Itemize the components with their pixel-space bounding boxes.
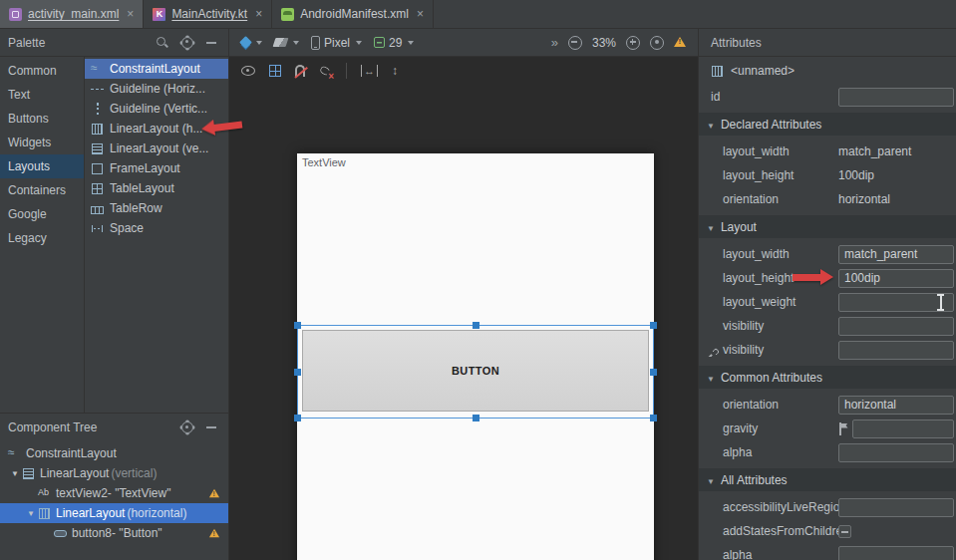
attribute-row: alpha bbox=[699, 543, 956, 560]
arrow-head bbox=[200, 120, 215, 137]
component-tree-item[interactable]: ConstraintLayout bbox=[0, 443, 228, 463]
selection-handle[interactable] bbox=[294, 322, 301, 329]
gear-icon[interactable] bbox=[181, 37, 193, 49]
api-level-label: 29 bbox=[389, 36, 402, 50]
attribute-label: visibility bbox=[699, 343, 838, 357]
zoom-out-icon[interactable] bbox=[568, 36, 582, 50]
warning-triangle-icon bbox=[674, 37, 686, 47]
canvas-textview[interactable]: TextView bbox=[302, 156, 346, 168]
chevron-down-icon bbox=[707, 118, 715, 132]
minimize-icon[interactable] bbox=[206, 42, 216, 44]
selection-handle[interactable] bbox=[473, 415, 479, 421]
palette-category[interactable]: Common bbox=[0, 59, 84, 83]
guideline-vertical-icon bbox=[91, 103, 104, 116]
editor-tab[interactable]: AndroidManifest.xml bbox=[272, 0, 434, 28]
attribute-label-text: layout_width bbox=[723, 144, 790, 158]
canvas-button[interactable]: BUTTON bbox=[302, 330, 649, 412]
constraintlayout-icon bbox=[91, 63, 104, 76]
api-version-icon bbox=[374, 37, 385, 48]
chevron-down-icon[interactable] bbox=[24, 509, 38, 518]
zoom-in-icon[interactable] bbox=[626, 36, 640, 50]
default-margins-icon[interactable] bbox=[361, 65, 378, 77]
palette-category[interactable]: Legacy bbox=[0, 226, 84, 250]
design-toolbar: Pixel 29 33% bbox=[229, 29, 698, 56]
tree-item-label: LinearLayout bbox=[56, 506, 125, 520]
palette-component[interactable]: LinearLayout (ve... bbox=[85, 139, 228, 158]
close-icon[interactable] bbox=[127, 7, 134, 21]
attribute-label-text: gravity bbox=[723, 421, 758, 435]
selection-handle[interactable] bbox=[650, 322, 657, 329]
attribute-value-field[interactable]: match_parent bbox=[838, 245, 954, 264]
zoom-to-fit-icon[interactable] bbox=[650, 36, 664, 50]
selection-handle[interactable] bbox=[650, 415, 657, 421]
component-tree-item[interactable]: LinearLayout(horizontal) bbox=[0, 503, 228, 523]
expand-vertical-icon[interactable] bbox=[392, 65, 398, 77]
attribute-row: alpha bbox=[699, 440, 956, 464]
checkbox-indeterminate[interactable] bbox=[838, 525, 851, 538]
palette-component[interactable]: Guideline (Vertic... bbox=[85, 99, 228, 119]
blueprint-toggle-icon[interactable] bbox=[269, 65, 281, 77]
palette-component[interactable]: TableLayout bbox=[85, 178, 228, 198]
palette-component[interactable]: Space bbox=[85, 218, 228, 238]
clear-constraints-icon[interactable] bbox=[319, 65, 332, 78]
palette-category[interactable]: Buttons bbox=[0, 107, 84, 131]
palette-category[interactable]: Layouts bbox=[0, 154, 84, 178]
component-tree-item[interactable]: LinearLayout(vertical) bbox=[0, 463, 228, 483]
attribute-row: orientationhorizontal bbox=[699, 187, 956, 211]
theme-selector[interactable] bbox=[274, 38, 299, 47]
selection-handle[interactable] bbox=[473, 322, 479, 329]
warning-triangle-icon bbox=[209, 529, 219, 538]
attribute-value: horizontal bbox=[838, 192, 956, 206]
close-icon[interactable] bbox=[255, 7, 262, 21]
attribute-value-field[interactable] bbox=[838, 341, 954, 360]
palette-component[interactable]: Guideline (Horiz... bbox=[85, 79, 228, 99]
view-options-icon[interactable] bbox=[241, 66, 255, 76]
text-cursor-pointer bbox=[936, 294, 945, 311]
selection-handle[interactable] bbox=[294, 369, 301, 376]
close-icon[interactable] bbox=[417, 7, 424, 21]
minimize-icon[interactable] bbox=[206, 426, 216, 428]
attribute-label: orientation bbox=[699, 192, 838, 206]
palette-category[interactable]: Google bbox=[0, 202, 84, 226]
chevron-down-icon[interactable] bbox=[8, 469, 22, 478]
gear-icon[interactable] bbox=[181, 421, 193, 433]
design-surface-selector[interactable] bbox=[241, 38, 262, 47]
section-header[interactable]: Declared Attributes bbox=[699, 113, 956, 136]
component-tree: ConstraintLayoutLinearLayout(vertical)te… bbox=[0, 441, 228, 543]
component-tree-item[interactable]: textView2- "TextView" bbox=[0, 483, 228, 503]
attribute-value-field[interactable] bbox=[838, 498, 954, 517]
selected-linearlayout[interactable]: BUTTON bbox=[297, 325, 654, 419]
section-header[interactable]: All Attributes bbox=[699, 468, 956, 491]
palette-component[interactable]: TableRow bbox=[85, 198, 228, 218]
attribute-value-field[interactable]: 100dip bbox=[838, 269, 954, 288]
flag-icon[interactable] bbox=[838, 422, 848, 435]
editor-tab[interactable]: MainActivity.kt bbox=[144, 0, 272, 28]
attribute-value-field[interactable] bbox=[838, 317, 954, 336]
attribute-value-field[interactable] bbox=[852, 420, 954, 438]
design-canvas[interactable]: TextView BUTTON bbox=[297, 153, 654, 560]
attribute-row: visibility bbox=[699, 314, 956, 338]
toolbar-overflow-icon[interactable] bbox=[551, 35, 558, 50]
selection-handle[interactable] bbox=[650, 369, 657, 376]
api-version-selector[interactable]: 29 bbox=[374, 36, 414, 50]
attribute-label-text: addStatesFromChildren bbox=[723, 524, 838, 538]
selection-handle[interactable] bbox=[294, 415, 301, 421]
section-header[interactable]: Common Attributes bbox=[699, 366, 956, 389]
palette-category[interactable]: Widgets bbox=[0, 131, 84, 154]
editor-tab[interactable]: activity_main.xml bbox=[0, 0, 144, 28]
render-warning-icon[interactable] bbox=[674, 36, 686, 50]
section-header[interactable]: Layout bbox=[699, 215, 956, 238]
palette-component[interactable]: ConstraintLayout bbox=[85, 59, 228, 79]
component-tree-item[interactable]: button8- "Button" bbox=[0, 523, 228, 543]
attribute-value-field[interactable] bbox=[838, 443, 954, 462]
search-icon[interactable] bbox=[156, 36, 168, 49]
attribute-value-field[interactable] bbox=[838, 546, 954, 560]
autoconnect-off-icon[interactable] bbox=[295, 65, 305, 77]
attribute-row: orientationhorizontal bbox=[699, 393, 956, 417]
palette-category[interactable]: Containers bbox=[0, 178, 84, 202]
palette-component[interactable]: FrameLayout bbox=[85, 158, 228, 178]
id-field[interactable] bbox=[838, 88, 954, 107]
palette-category[interactable]: Text bbox=[0, 83, 84, 107]
device-selector[interactable]: Pixel bbox=[311, 36, 362, 50]
attribute-value-field[interactable]: horizontal bbox=[838, 396, 954, 415]
